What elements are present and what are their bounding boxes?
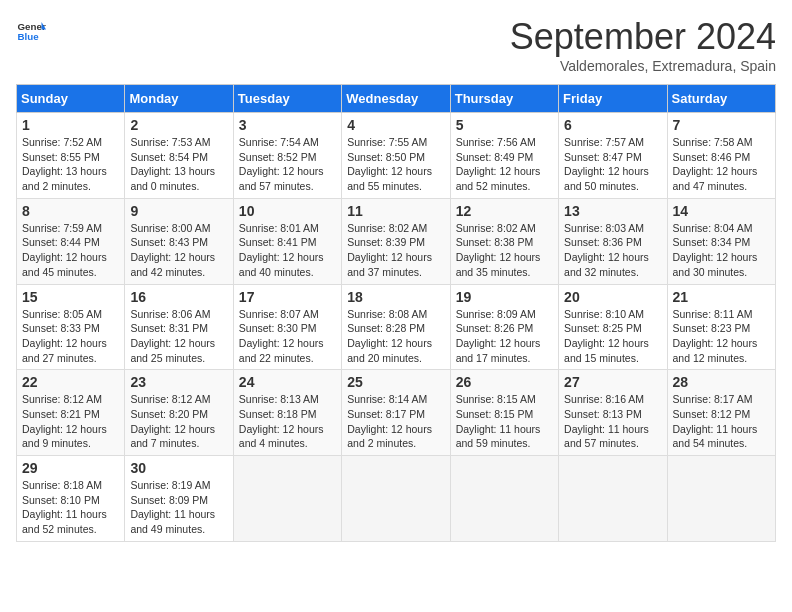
calendar-cell: 17Sunrise: 8:07 AM Sunset: 8:30 PM Dayli… <box>233 284 341 370</box>
day-number: 26 <box>456 374 553 390</box>
day-number: 5 <box>456 117 553 133</box>
calendar-week-row: 22Sunrise: 8:12 AM Sunset: 8:21 PM Dayli… <box>17 370 776 456</box>
day-number: 10 <box>239 203 336 219</box>
day-number: 9 <box>130 203 227 219</box>
day-info: Sunrise: 7:59 AM Sunset: 8:44 PM Dayligh… <box>22 221 119 280</box>
day-number: 18 <box>347 289 444 305</box>
logo-icon: General Blue <box>16 16 46 46</box>
calendar-cell <box>667 456 775 542</box>
day-info: Sunrise: 8:12 AM Sunset: 8:21 PM Dayligh… <box>22 392 119 451</box>
day-number: 7 <box>673 117 770 133</box>
calendar-cell: 26Sunrise: 8:15 AM Sunset: 8:15 PM Dayli… <box>450 370 558 456</box>
day-info: Sunrise: 8:02 AM Sunset: 8:38 PM Dayligh… <box>456 221 553 280</box>
day-number: 4 <box>347 117 444 133</box>
col-header-wednesday: Wednesday <box>342 85 450 113</box>
calendar-cell: 29Sunrise: 8:18 AM Sunset: 8:10 PM Dayli… <box>17 456 125 542</box>
day-info: Sunrise: 8:14 AM Sunset: 8:17 PM Dayligh… <box>347 392 444 451</box>
calendar-cell: 10Sunrise: 8:01 AM Sunset: 8:41 PM Dayli… <box>233 198 341 284</box>
day-number: 14 <box>673 203 770 219</box>
col-header-tuesday: Tuesday <box>233 85 341 113</box>
calendar-cell: 22Sunrise: 8:12 AM Sunset: 8:21 PM Dayli… <box>17 370 125 456</box>
calendar-cell: 16Sunrise: 8:06 AM Sunset: 8:31 PM Dayli… <box>125 284 233 370</box>
calendar-cell: 5Sunrise: 7:56 AM Sunset: 8:49 PM Daylig… <box>450 113 558 199</box>
day-number: 1 <box>22 117 119 133</box>
day-info: Sunrise: 8:18 AM Sunset: 8:10 PM Dayligh… <box>22 478 119 537</box>
calendar-cell: 25Sunrise: 8:14 AM Sunset: 8:17 PM Dayli… <box>342 370 450 456</box>
calendar-cell <box>559 456 667 542</box>
calendar-cell: 30Sunrise: 8:19 AM Sunset: 8:09 PM Dayli… <box>125 456 233 542</box>
calendar-week-row: 8Sunrise: 7:59 AM Sunset: 8:44 PM Daylig… <box>17 198 776 284</box>
day-number: 21 <box>673 289 770 305</box>
calendar-cell: 28Sunrise: 8:17 AM Sunset: 8:12 PM Dayli… <box>667 370 775 456</box>
calendar-cell: 3Sunrise: 7:54 AM Sunset: 8:52 PM Daylig… <box>233 113 341 199</box>
day-number: 24 <box>239 374 336 390</box>
calendar-cell: 7Sunrise: 7:58 AM Sunset: 8:46 PM Daylig… <box>667 113 775 199</box>
day-number: 30 <box>130 460 227 476</box>
day-number: 20 <box>564 289 661 305</box>
calendar-cell: 4Sunrise: 7:55 AM Sunset: 8:50 PM Daylig… <box>342 113 450 199</box>
calendar-cell: 23Sunrise: 8:12 AM Sunset: 8:20 PM Dayli… <box>125 370 233 456</box>
day-number: 29 <box>22 460 119 476</box>
day-number: 2 <box>130 117 227 133</box>
day-info: Sunrise: 7:54 AM Sunset: 8:52 PM Dayligh… <box>239 135 336 194</box>
title-area: September 2024 Valdemorales, Extremadura… <box>510 16 776 74</box>
calendar-cell: 15Sunrise: 8:05 AM Sunset: 8:33 PM Dayli… <box>17 284 125 370</box>
calendar-cell: 11Sunrise: 8:02 AM Sunset: 8:39 PM Dayli… <box>342 198 450 284</box>
day-number: 8 <box>22 203 119 219</box>
col-header-friday: Friday <box>559 85 667 113</box>
day-number: 3 <box>239 117 336 133</box>
day-info: Sunrise: 7:53 AM Sunset: 8:54 PM Dayligh… <box>130 135 227 194</box>
logo: General Blue <box>16 16 46 46</box>
day-info: Sunrise: 8:05 AM Sunset: 8:33 PM Dayligh… <box>22 307 119 366</box>
day-info: Sunrise: 7:58 AM Sunset: 8:46 PM Dayligh… <box>673 135 770 194</box>
day-info: Sunrise: 7:52 AM Sunset: 8:55 PM Dayligh… <box>22 135 119 194</box>
day-number: 15 <box>22 289 119 305</box>
calendar-cell: 12Sunrise: 8:02 AM Sunset: 8:38 PM Dayli… <box>450 198 558 284</box>
day-number: 19 <box>456 289 553 305</box>
day-info: Sunrise: 8:13 AM Sunset: 8:18 PM Dayligh… <box>239 392 336 451</box>
day-info: Sunrise: 8:06 AM Sunset: 8:31 PM Dayligh… <box>130 307 227 366</box>
day-info: Sunrise: 8:01 AM Sunset: 8:41 PM Dayligh… <box>239 221 336 280</box>
col-header-sunday: Sunday <box>17 85 125 113</box>
day-info: Sunrise: 8:10 AM Sunset: 8:25 PM Dayligh… <box>564 307 661 366</box>
day-number: 17 <box>239 289 336 305</box>
location-subtitle: Valdemorales, Extremadura, Spain <box>510 58 776 74</box>
svg-text:Blue: Blue <box>18 31 40 42</box>
day-info: Sunrise: 8:00 AM Sunset: 8:43 PM Dayligh… <box>130 221 227 280</box>
calendar-cell: 13Sunrise: 8:03 AM Sunset: 8:36 PM Dayli… <box>559 198 667 284</box>
calendar-cell: 21Sunrise: 8:11 AM Sunset: 8:23 PM Dayli… <box>667 284 775 370</box>
calendar-cell <box>342 456 450 542</box>
day-info: Sunrise: 8:07 AM Sunset: 8:30 PM Dayligh… <box>239 307 336 366</box>
calendar-cell: 9Sunrise: 8:00 AM Sunset: 8:43 PM Daylig… <box>125 198 233 284</box>
calendar-cell <box>233 456 341 542</box>
month-title: September 2024 <box>510 16 776 58</box>
header: General Blue September 2024 Valdemorales… <box>16 16 776 74</box>
day-number: 27 <box>564 374 661 390</box>
calendar-cell: 24Sunrise: 8:13 AM Sunset: 8:18 PM Dayli… <box>233 370 341 456</box>
day-info: Sunrise: 8:12 AM Sunset: 8:20 PM Dayligh… <box>130 392 227 451</box>
calendar-cell: 19Sunrise: 8:09 AM Sunset: 8:26 PM Dayli… <box>450 284 558 370</box>
calendar-cell: 18Sunrise: 8:08 AM Sunset: 8:28 PM Dayli… <box>342 284 450 370</box>
day-info: Sunrise: 8:17 AM Sunset: 8:12 PM Dayligh… <box>673 392 770 451</box>
calendar-cell: 6Sunrise: 7:57 AM Sunset: 8:47 PM Daylig… <box>559 113 667 199</box>
col-header-saturday: Saturday <box>667 85 775 113</box>
calendar-cell: 8Sunrise: 7:59 AM Sunset: 8:44 PM Daylig… <box>17 198 125 284</box>
calendar-cell: 20Sunrise: 8:10 AM Sunset: 8:25 PM Dayli… <box>559 284 667 370</box>
day-number: 22 <box>22 374 119 390</box>
day-info: Sunrise: 8:02 AM Sunset: 8:39 PM Dayligh… <box>347 221 444 280</box>
col-header-monday: Monday <box>125 85 233 113</box>
day-number: 6 <box>564 117 661 133</box>
day-info: Sunrise: 8:09 AM Sunset: 8:26 PM Dayligh… <box>456 307 553 366</box>
day-info: Sunrise: 7:55 AM Sunset: 8:50 PM Dayligh… <box>347 135 444 194</box>
day-info: Sunrise: 7:56 AM Sunset: 8:49 PM Dayligh… <box>456 135 553 194</box>
day-number: 12 <box>456 203 553 219</box>
day-number: 28 <box>673 374 770 390</box>
day-info: Sunrise: 8:19 AM Sunset: 8:09 PM Dayligh… <box>130 478 227 537</box>
day-number: 11 <box>347 203 444 219</box>
calendar-week-row: 29Sunrise: 8:18 AM Sunset: 8:10 PM Dayli… <box>17 456 776 542</box>
day-info: Sunrise: 8:04 AM Sunset: 8:34 PM Dayligh… <box>673 221 770 280</box>
day-info: Sunrise: 8:08 AM Sunset: 8:28 PM Dayligh… <box>347 307 444 366</box>
calendar-cell: 27Sunrise: 8:16 AM Sunset: 8:13 PM Dayli… <box>559 370 667 456</box>
day-number: 23 <box>130 374 227 390</box>
calendar-header-row: SundayMondayTuesdayWednesdayThursdayFrid… <box>17 85 776 113</box>
